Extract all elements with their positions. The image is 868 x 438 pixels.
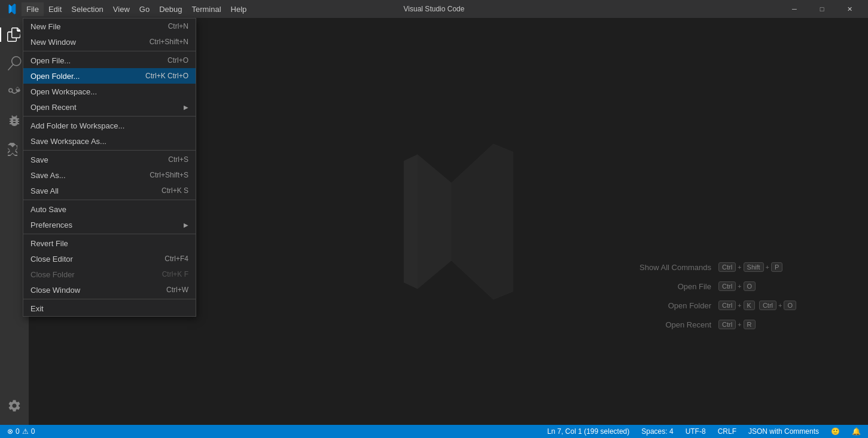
- hint-open-file-keys: Ctrl + O: [718, 281, 756, 291]
- menu-debug[interactable]: Debug: [154, 2, 187, 16]
- separator-5: [23, 234, 196, 234]
- error-icon: ⊗: [7, 427, 13, 436]
- hint-show-commands-label: Show All Commands: [616, 263, 711, 272]
- menu-file[interactable]: File: [22, 2, 44, 16]
- hint-open-recent-label: Open Recent: [616, 320, 711, 329]
- maximize-button[interactable]: □: [808, 0, 836, 18]
- menu-view[interactable]: View: [108, 2, 135, 16]
- statusbar: ⊗ 0 ⚠ 0 Ln 7, Col 1 (199 selected) Space…: [0, 425, 868, 438]
- hint-show-commands: Show All Commands Ctrl + Shift + P: [616, 262, 796, 272]
- menu-open-workspace[interactable]: Open Workspace...: [23, 84, 196, 99]
- hint-open-folder: Open Folder Ctrl + K Ctrl + O: [616, 301, 796, 310]
- menu-save-as[interactable]: Save As... Ctrl+Shift+S: [23, 167, 196, 183]
- close-button[interactable]: ✕: [836, 0, 863, 18]
- separator-4: [23, 200, 196, 200]
- menu-auto-save[interactable]: Auto Save: [23, 201, 196, 217]
- hint-open-file: Open File Ctrl + O: [616, 281, 796, 291]
- menu-add-folder[interactable]: Add Folder to Workspace...: [23, 118, 196, 133]
- statusbar-errors[interactable]: ⊗ 0 ⚠ 0: [5, 425, 37, 438]
- window-controls: ─ □ ✕: [781, 0, 863, 18]
- menu-bar: File Edit Selection View Go Debug Termin…: [22, 2, 251, 16]
- menu-go[interactable]: Go: [135, 2, 154, 16]
- menu-terminal[interactable]: Terminal: [187, 2, 226, 16]
- warning-icon: ⚠: [22, 427, 29, 436]
- menu-close-folder[interactable]: Close Folder Ctrl+K F: [23, 267, 196, 282]
- statusbar-smiley[interactable]: 🙂: [829, 425, 842, 438]
- menu-save-workspace-as[interactable]: Save Workspace As...: [23, 133, 196, 149]
- menu-save-all[interactable]: Save All Ctrl+K S: [23, 183, 196, 198]
- vscode-watermark: [359, 132, 538, 311]
- file-menu-dropdown: New File Ctrl+N New Window Ctrl+Shift+N …: [23, 18, 196, 317]
- statusbar-encoding[interactable]: UTF-8: [683, 425, 708, 438]
- menu-selection[interactable]: Selection: [66, 2, 108, 16]
- hint-open-recent: Open Recent Ctrl + R: [616, 320, 796, 329]
- hint-show-commands-keys: Ctrl + Shift + P: [718, 262, 782, 272]
- statusbar-spaces[interactable]: Spaces: 4: [639, 425, 675, 438]
- vscode-logo-icon: [5, 2, 18, 16]
- menu-open-recent[interactable]: Open Recent ▶: [23, 99, 196, 115]
- hint-open-recent-keys: Ctrl + R: [718, 320, 756, 329]
- statusbar-right: Ln 7, Col 1 (199 selected) Spaces: 4 UTF…: [545, 425, 863, 438]
- menu-close-window[interactable]: Close Window Ctrl+W: [23, 282, 196, 298]
- hint-open-folder-label: Open Folder: [616, 301, 711, 310]
- menu-open-file[interactable]: Open File... Ctrl+O: [23, 53, 196, 68]
- welcome-hints: Show All Commands Ctrl + Shift + P Open …: [616, 262, 796, 329]
- separator-1: [23, 51, 196, 51]
- menu-help[interactable]: Help: [226, 2, 252, 16]
- window-title: Visual Studio Code: [404, 5, 465, 13]
- menu-close-editor[interactable]: Close Editor Ctrl+F4: [23, 251, 196, 267]
- hint-open-file-label: Open File: [616, 282, 711, 291]
- titlebar: File Edit Selection View Go Debug Termin…: [0, 0, 868, 18]
- menu-revert-file[interactable]: Revert File: [23, 235, 196, 251]
- menu-save[interactable]: Save Ctrl+S: [23, 152, 196, 167]
- settings-activity-icon[interactable]: [0, 391, 29, 420]
- error-count: 0: [16, 427, 20, 436]
- statusbar-bell[interactable]: 🔔: [849, 425, 863, 438]
- menu-new-window[interactable]: New Window Ctrl+Shift+N: [23, 34, 196, 50]
- statusbar-language[interactable]: JSON with Comments: [746, 425, 821, 438]
- menu-open-folder[interactable]: Open Folder... Ctrl+K Ctrl+O: [23, 68, 196, 84]
- statusbar-line-endings[interactable]: CRLF: [715, 425, 739, 438]
- separator-6: [23, 299, 196, 299]
- menu-preferences[interactable]: Preferences ▶: [23, 217, 196, 232]
- titlebar-left: File Edit Selection View Go Debug Termin…: [5, 2, 251, 16]
- statusbar-left: ⊗ 0 ⚠ 0: [5, 425, 37, 438]
- menu-exit[interactable]: Exit: [23, 301, 196, 316]
- separator-3: [23, 150, 196, 151]
- menu-new-file[interactable]: New File Ctrl+N: [23, 19, 196, 34]
- warning-count: 0: [31, 427, 35, 436]
- statusbar-position[interactable]: Ln 7, Col 1 (199 selected): [545, 425, 632, 438]
- minimize-button[interactable]: ─: [781, 0, 808, 18]
- hint-open-folder-keys: Ctrl + K Ctrl + O: [718, 301, 796, 310]
- separator-2: [23, 116, 196, 117]
- menu-edit[interactable]: Edit: [44, 2, 66, 16]
